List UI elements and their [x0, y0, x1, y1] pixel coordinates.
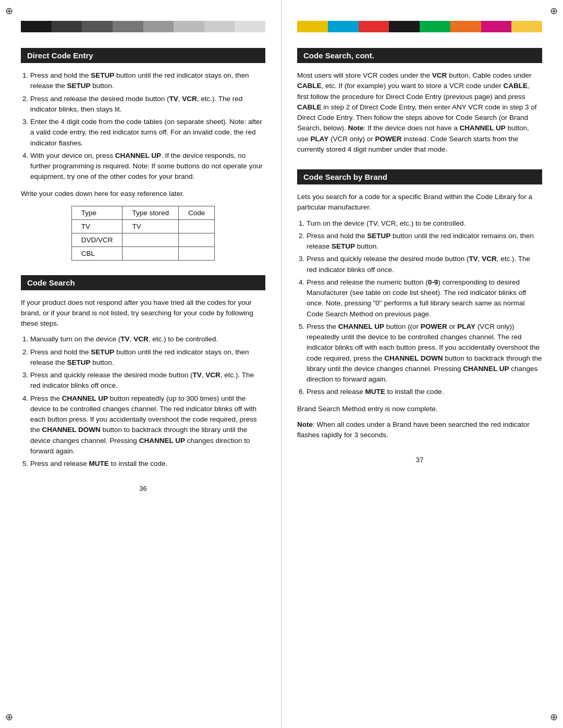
page-number-left: 36: [21, 485, 265, 492]
corner-mark-bl: ⊕: [5, 711, 13, 723]
table-row: CBL: [71, 246, 215, 260]
direct-code-steps: Press and hold the SETUP button until th…: [30, 70, 265, 182]
code-table: Type Type stored Code TV TV DVD/VCR: [71, 206, 215, 261]
list-item: Press and release MUTE to install the co…: [307, 387, 542, 397]
table-row: TV TV: [71, 219, 215, 233]
table-cell: CBL: [71, 246, 123, 260]
code-search-cont-body: Most users will store VCR codes under th…: [297, 70, 542, 155]
code-search-intro: If your product does not respond after y…: [21, 298, 265, 329]
table-cell: DVD/VCR: [71, 233, 123, 246]
list-item: Press and hold the SETUP button until th…: [307, 231, 542, 252]
table-cell: [179, 219, 215, 233]
list-item: Press and hold the SETUP button until th…: [30, 347, 265, 368]
color-bar-right: [297, 21, 542, 32]
section-direct-code-entry: Direct Code Entry Press and hold the SET…: [21, 48, 265, 261]
color-bar-left: [21, 21, 265, 32]
page-number-right: 37: [297, 456, 542, 464]
brand-search-footer-note: Note: When all codes under a Brand have …: [297, 419, 542, 441]
list-item: Press and release MUTE to install the co…: [30, 459, 265, 469]
table-cell: [123, 246, 179, 260]
table-header-type-stored: Type stored: [123, 206, 179, 219]
corner-mark-tl: ⊕: [5, 5, 13, 17]
code-search-brand-steps: Turn on the device (TV, VCR, etc.) to be…: [307, 218, 542, 398]
table-header-code: Code: [179, 206, 215, 219]
code-search-brand-intro: Lets you search for a code for a specifi…: [297, 192, 542, 213]
list-item: Press and quickly release the desired mo…: [307, 254, 542, 275]
section-header-code-search-cont: Code Search, cont.: [297, 48, 542, 63]
section-header-code-search: Code Search: [21, 275, 265, 290]
table-cell: [179, 233, 215, 246]
table-cell: TV: [71, 219, 123, 233]
table-cell: [179, 246, 215, 260]
table-cell: TV: [123, 219, 179, 233]
section-header-direct-code-entry: Direct Code Entry: [21, 48, 265, 63]
list-item: Press the CHANNEL UP button repeatedly (…: [30, 393, 265, 457]
section-code-search-by-brand: Code Search by Brand Lets you search for…: [297, 169, 542, 440]
write-note: Write your codes down here for easy refe…: [21, 190, 265, 198]
corner-mark-br: ⊕: [550, 711, 558, 723]
list-item: Press and release the desired mode butto…: [30, 94, 265, 115]
list-item: Press and quickly release the desired mo…: [30, 370, 265, 391]
section-header-code-search-by-brand: Code Search by Brand: [297, 169, 542, 184]
section-code-search: Code Search If your product does not res…: [21, 275, 265, 470]
table-header-type: Type: [71, 206, 123, 219]
table-row: DVD/VCR: [71, 233, 215, 246]
corner-mark-tr: ⊕: [550, 5, 558, 17]
table-cell: [123, 233, 179, 246]
page-right: ⊕ ⊕ Code Search, cont. Most users will s…: [282, 0, 563, 728]
brand-search-footer: Brand Search Method entry is now complet…: [297, 404, 542, 414]
list-item: Press and release the numeric button (0-…: [307, 277, 542, 319]
list-item: Press the CHANNEL UP button ((or POWER o…: [307, 322, 542, 385]
list-item: Manually turn on the device (TV, VCR, et…: [30, 334, 265, 344]
list-item: Turn on the device (TV, VCR, etc.) to be…: [307, 218, 542, 229]
page-left: ⊕ ⊕ Direct Code Entry Press and hold the…: [0, 0, 282, 728]
list-item: Enter the 4 digit code from the code tab…: [30, 117, 265, 149]
section-code-search-cont: Code Search, cont. Most users will store…: [297, 48, 542, 155]
list-item: Press and hold the SETUP button until th…: [30, 70, 265, 92]
code-search-steps: Manually turn on the device (TV, VCR, et…: [30, 334, 265, 469]
list-item: With your device on, press CHANNEL UP. I…: [30, 151, 265, 182]
